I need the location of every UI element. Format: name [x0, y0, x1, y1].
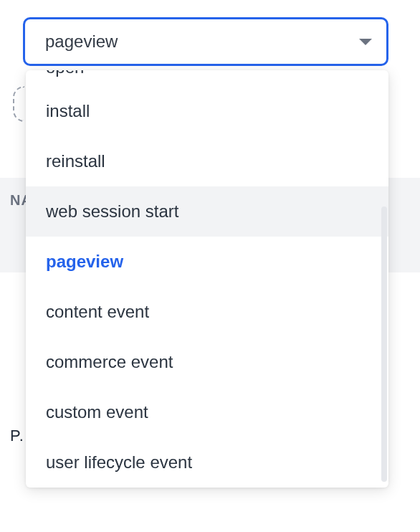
dropdown-option-label: reinstall: [46, 151, 105, 171]
dropdown-option[interactable]: reinstall: [26, 136, 388, 186]
dropdown-option[interactable]: pageview: [26, 237, 388, 287]
dropdown-option[interactable]: open: [26, 70, 388, 86]
select-value: pageview: [45, 32, 118, 52]
dropdown-option[interactable]: content event: [26, 287, 388, 337]
dropdown-option-label: open: [46, 70, 84, 77]
dropdown-option[interactable]: custom event: [26, 387, 388, 437]
dropdown-scrollbar[interactable]: [381, 206, 387, 482]
dropdown-option[interactable]: web session start: [26, 186, 388, 237]
event-dropdown: openinstallreinstallweb session startpag…: [26, 70, 388, 488]
dashed-capsule-fragment: [13, 86, 24, 122]
event-select-trigger[interactable]: pageview: [23, 17, 388, 66]
dropdown-option-label: content event: [46, 302, 149, 322]
dropdown-option-label: pageview: [46, 252, 123, 272]
dropdown-option-label: web session start: [46, 201, 178, 222]
dropdown-option-label: user lifecycle event: [46, 452, 192, 472]
chevron-down-icon: [359, 39, 372, 45]
dropdown-option-label: custom event: [46, 402, 148, 422]
dropdown-option[interactable]: commerce event: [26, 337, 388, 387]
dropdown-option[interactable]: install: [26, 86, 388, 136]
dropdown-option-label: install: [46, 101, 90, 121]
background-label: P.: [10, 427, 24, 445]
dropdown-option-label: commerce event: [46, 352, 173, 372]
dropdown-option[interactable]: user lifecycle event: [26, 437, 388, 488]
